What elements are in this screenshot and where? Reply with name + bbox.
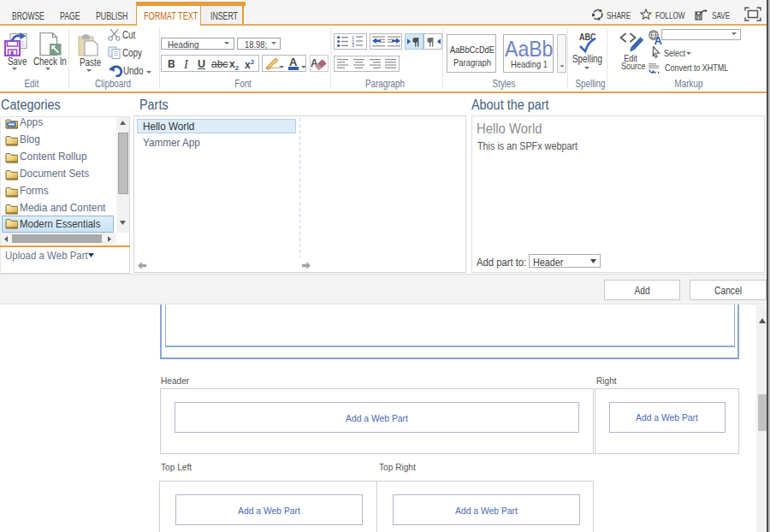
- svg-text:3: 3: [352, 43, 354, 47]
